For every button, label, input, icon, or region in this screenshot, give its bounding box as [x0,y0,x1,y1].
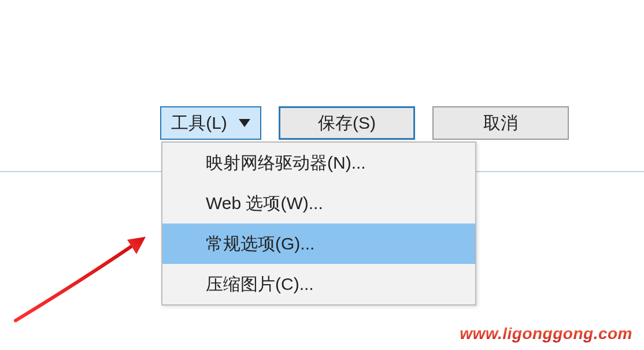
watermark-text: www.ligonggong.com [460,325,632,343]
menu-item-general-options[interactable]: 常规选项(G)... [162,224,475,264]
cancel-label: 取消 [483,111,518,135]
menu-item-label: 映射网络驱动器(N)... [206,151,366,175]
chevron-down-icon [239,119,250,127]
tools-dropdown-button[interactable]: 工具(L) [160,106,261,140]
save-button[interactable]: 保存(S) [279,106,415,140]
tools-label: 工具(L) [171,111,227,135]
menu-item-map-network-drive[interactable]: 映射网络驱动器(N)... [162,143,475,183]
menu-item-web-options[interactable]: Web 选项(W)... [162,183,475,224]
menu-item-label: 压缩图片(C)... [206,273,314,296]
red-arrow-annotation [13,222,163,326]
menu-item-label: Web 选项(W)... [206,192,323,215]
save-label: 保存(S) [318,111,376,135]
dialog-toolbar: 工具(L) 保存(S) 取消 [160,106,569,140]
menu-item-label: 常规选项(G)... [206,232,314,256]
tools-dropdown-menu: 映射网络驱动器(N)... Web 选项(W)... 常规选项(G)... 压缩… [161,142,476,306]
cancel-button[interactable]: 取消 [432,106,569,140]
menu-item-compress-pictures[interactable]: 压缩图片(C)... [162,264,475,304]
